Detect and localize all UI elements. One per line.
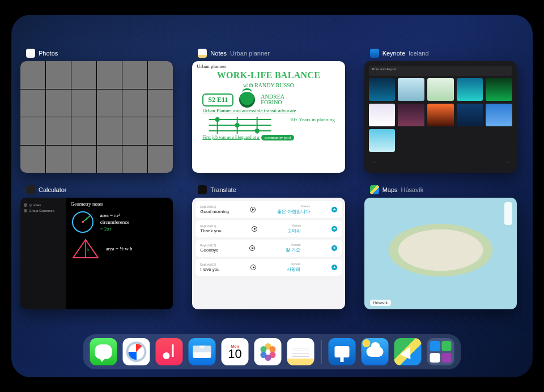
dock-calendar[interactable]: Mon 10 (222, 338, 249, 365)
app-switcher: Photos Notes Urban planner (11, 49, 533, 309)
map-search-label: Húsavík (370, 300, 391, 306)
geometry-notes-title: Geometry notes (71, 201, 169, 207)
circle-equations: area = πr² circumference = 2πr (100, 212, 129, 232)
svg-point-2 (256, 129, 259, 133)
notes-icon (292, 346, 309, 358)
photos-grid (20, 61, 173, 173)
messages-icon (95, 344, 112, 359)
triangle-diagram-icon: hw (71, 237, 100, 260)
app-card-photos[interactable]: Photos (20, 49, 173, 173)
dock-weather[interactable] (362, 338, 389, 365)
maps-icon (370, 185, 379, 194)
keynote-icon (370, 49, 379, 58)
maps-icon (400, 344, 415, 360)
app-card-keynote[interactable]: Keynote Iceland Print and Export ⋯⋯ (364, 49, 517, 173)
app-header: Keynote Iceland (364, 49, 517, 61)
app-header: Photos (20, 49, 173, 61)
note-years: 10+ Years in planning (284, 117, 335, 122)
translate-icon (198, 185, 207, 194)
play-icon[interactable] (250, 265, 256, 270)
dock-app-library[interactable] (427, 338, 454, 365)
svg-point-6 (82, 221, 84, 223)
dock: Mon 10 (83, 334, 461, 369)
dock-maps[interactable] (394, 338, 422, 365)
favorite-icon[interactable]: ★ (332, 265, 337, 270)
favorite-icon[interactable]: ★ (332, 226, 337, 232)
calendar-date-label: 10 (228, 348, 241, 360)
app-title: Notes (210, 50, 227, 57)
photos-icon (26, 49, 35, 58)
note-doc-title: Urban planner (197, 63, 226, 69)
svg-text:h: h (87, 247, 89, 252)
translate-row: English (US)Goodbye Korean잘 가요 ★ (196, 240, 341, 257)
keynote-top-bar: Print and Export (369, 66, 512, 76)
app-subtitle: Iceland (409, 50, 428, 57)
calculator-icon (26, 185, 35, 194)
cloud-icon (367, 347, 384, 357)
mail-icon (193, 346, 211, 358)
dock-safari[interactable] (123, 338, 150, 365)
app-title: Photos (39, 50, 58, 57)
map-doodle-icon (202, 117, 278, 134)
translate-row: English (US)Good morning Korean좋은 아침입니다 … (196, 201, 341, 218)
favorite-icon[interactable]: ★ (332, 207, 337, 212)
map-controls[interactable] (504, 202, 512, 225)
photos-thumbnail[interactable] (20, 61, 173, 173)
calc-sidebar: ry notes Group Expenses (20, 198, 66, 309)
calculator-thumbnail[interactable]: ry notes Group Expenses Geometry notes r… (20, 198, 173, 309)
app-card-translate[interactable]: Translate English (US)Good morning Korea… (192, 185, 345, 309)
svg-text:r: r (86, 216, 88, 221)
maps-thumbnail[interactable]: Húsavík (364, 198, 517, 309)
app-library-icon (430, 341, 452, 363)
dock-separator (321, 340, 322, 364)
favorite-icon[interactable]: ★ (332, 245, 337, 251)
dock-mail[interactable] (189, 338, 216, 365)
app-subtitle: Húsavík (401, 186, 424, 193)
play-icon[interactable] (249, 245, 255, 251)
safari-icon (126, 342, 147, 362)
translate-row: English (US)Thank you Korean고마워 ★ (196, 220, 341, 237)
notes-thumbnail[interactable]: Urban planner WORK-LIFE BALANCE with RAN… (192, 61, 345, 173)
translate-thumbnail[interactable]: English (US)Good morning Korean좋은 아침입니다 … (192, 198, 345, 309)
app-header: Translate (192, 185, 345, 198)
photos-icon (260, 343, 277, 360)
map-region (371, 203, 510, 297)
notes-icon (198, 49, 207, 58)
note-tagline: Urban Planner and accessible transit adv… (199, 108, 338, 113)
face-doodle-icon (239, 92, 255, 108)
episode-badge: S2 E11 (202, 93, 233, 106)
app-header: Notes Urban planner (192, 49, 345, 61)
keynote-bottom-bar: ⋯⋯ (369, 160, 512, 168)
svg-text:w: w (83, 259, 87, 260)
note-heading-sub: with RANDY RUSSO (199, 82, 338, 88)
triangle-equation: area = ½·w·h (106, 245, 133, 252)
dock-music[interactable] (156, 338, 183, 365)
app-title: Translate (210, 186, 236, 193)
sun-icon (363, 339, 371, 347)
app-title: Keynote (382, 50, 405, 57)
dock-keynote[interactable] (329, 338, 356, 365)
note-footer: First job was as a lifeguard at a commun… (199, 134, 338, 140)
play-icon[interactable] (252, 226, 257, 232)
keynote-thumbnail[interactable]: Print and Export ⋯⋯ (364, 61, 517, 173)
app-card-maps[interactable]: Maps Húsavík Húsavík (364, 185, 517, 309)
dock-notes[interactable] (287, 338, 314, 365)
app-subtitle: Urban planner (230, 50, 270, 57)
svg-point-0 (216, 118, 219, 121)
app-card-calculator[interactable]: Calculator ry notes Group Expenses Geome… (20, 185, 173, 309)
app-title: Maps (382, 186, 398, 193)
music-icon (163, 344, 176, 359)
play-icon[interactable] (250, 207, 256, 212)
guest-name: ANDREA FORINO (261, 94, 284, 105)
dock-messages[interactable] (90, 338, 117, 365)
circle-diagram-icon: r (71, 210, 95, 234)
translate-row: English (US)I love you Korean사랑해 ★ (196, 259, 341, 276)
app-header: Calculator (20, 185, 173, 198)
svg-point-1 (236, 123, 239, 127)
keynote-icon (335, 346, 350, 357)
note-heading: WORK-LIFE BALANCE (199, 70, 338, 80)
app-card-notes[interactable]: Notes Urban planner Urban planner WORK-L… (192, 49, 345, 173)
app-header: Maps Húsavík (364, 185, 517, 198)
dock-photos[interactable] (254, 338, 282, 365)
app-title: Calculator (39, 186, 67, 193)
